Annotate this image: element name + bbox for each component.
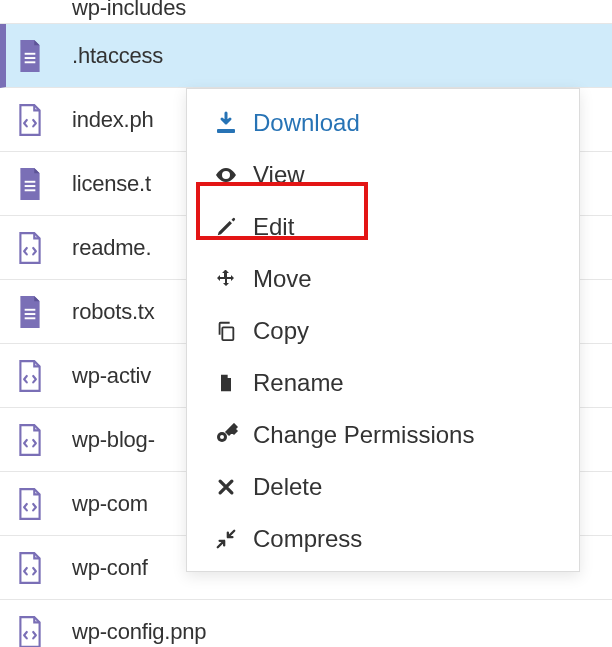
- svg-rect-4: [25, 185, 36, 187]
- menu-label: View: [253, 161, 305, 189]
- svg-rect-8: [25, 317, 36, 319]
- svg-point-13: [220, 435, 224, 439]
- file-name: license.t: [72, 171, 151, 197]
- doc-code-icon: [16, 103, 44, 137]
- context-menu: Download View Edit Move Copy Rename Ch: [186, 88, 580, 572]
- svg-rect-2: [25, 61, 36, 63]
- menu-label: Rename: [253, 369, 344, 397]
- svg-rect-11: [222, 327, 233, 340]
- file-row[interactable]: .htaccess: [0, 24, 612, 88]
- file-name: wp-activ: [72, 363, 151, 389]
- menu-move[interactable]: Move: [187, 253, 579, 305]
- file-icon: [213, 370, 239, 396]
- menu-label: Move: [253, 265, 312, 293]
- file-row[interactable]: wp-includes: [0, 0, 612, 24]
- svg-point-10: [224, 173, 228, 177]
- doc-code-icon: [16, 231, 44, 265]
- svg-rect-9: [217, 129, 235, 133]
- menu-permissions[interactable]: Change Permissions: [187, 409, 579, 461]
- file-name: robots.tx: [72, 299, 155, 325]
- doc-code-icon: [16, 551, 44, 585]
- file-name: wp-com: [72, 491, 148, 517]
- copy-icon: [213, 318, 239, 344]
- key-icon: [213, 422, 239, 448]
- folder-icon: [16, 0, 44, 19]
- file-name: wp-includes: [72, 0, 186, 21]
- menu-delete[interactable]: Delete: [187, 461, 579, 513]
- menu-rename[interactable]: Rename: [187, 357, 579, 409]
- file-name: .htaccess: [72, 43, 163, 69]
- menu-label: Compress: [253, 525, 362, 553]
- menu-copy[interactable]: Copy: [187, 305, 579, 357]
- eye-icon: [213, 162, 239, 188]
- svg-rect-1: [25, 57, 36, 59]
- svg-rect-5: [25, 189, 36, 191]
- menu-edit[interactable]: Edit: [187, 201, 579, 253]
- menu-view[interactable]: View: [187, 149, 579, 201]
- file-name: wp-conf: [72, 555, 148, 581]
- menu-label: Edit: [253, 213, 294, 241]
- compress-icon: [213, 526, 239, 552]
- doc-text-icon: [16, 167, 44, 201]
- file-name: index.ph: [72, 107, 154, 133]
- pencil-icon: [213, 214, 239, 240]
- doc-code-icon: [16, 359, 44, 393]
- file-row[interactable]: wp-config.pnp: [0, 600, 612, 647]
- doc-code-icon: [16, 615, 44, 648]
- menu-compress[interactable]: Compress: [187, 513, 579, 565]
- delete-icon: [213, 474, 239, 500]
- svg-rect-6: [25, 308, 36, 310]
- download-icon: [213, 110, 239, 136]
- svg-rect-0: [25, 52, 36, 54]
- menu-download[interactable]: Download: [187, 97, 579, 149]
- doc-code-icon: [16, 423, 44, 457]
- file-name: readme.: [72, 235, 151, 261]
- doc-text-icon: [16, 295, 44, 329]
- menu-label: Download: [253, 109, 360, 137]
- file-name: wp-blog-: [72, 427, 155, 453]
- menu-label: Change Permissions: [253, 421, 474, 449]
- menu-label: Delete: [253, 473, 322, 501]
- svg-rect-3: [25, 180, 36, 182]
- svg-rect-7: [25, 313, 36, 315]
- move-icon: [213, 266, 239, 292]
- file-name: wp-config.pnp: [72, 619, 206, 645]
- doc-code-icon: [16, 487, 44, 521]
- menu-label: Copy: [253, 317, 309, 345]
- doc-text-icon: [16, 39, 44, 73]
